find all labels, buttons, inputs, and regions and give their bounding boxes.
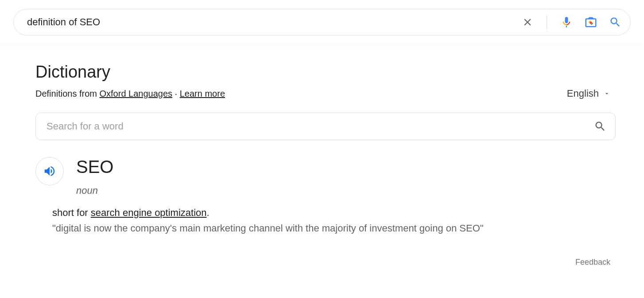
- source-link[interactable]: Oxford Languages: [100, 89, 173, 98]
- search-icon[interactable]: [609, 16, 621, 28]
- word-search-icon[interactable]: [594, 120, 606, 133]
- feedback-link[interactable]: Feedback: [35, 258, 616, 267]
- source-separator: ·: [172, 89, 180, 98]
- example-sentence: "digital is now the company's main marke…: [52, 221, 616, 235]
- pronounce-button[interactable]: [35, 157, 64, 185]
- voice-search-icon[interactable]: [560, 16, 573, 28]
- divider: [547, 15, 547, 29]
- dictionary-heading: Dictionary: [35, 63, 616, 82]
- headword: SEO: [76, 157, 113, 177]
- learn-more-link[interactable]: Learn more: [180, 89, 225, 98]
- search-bar: [13, 9, 631, 35]
- word-search-bar: [35, 113, 616, 140]
- definition-prefix: short for: [52, 207, 91, 218]
- dictionary-source: Definitions from Oxford Languages · Lear…: [35, 89, 225, 99]
- language-label: English: [567, 88, 599, 99]
- language-selector[interactable]: English: [567, 88, 610, 99]
- clear-icon[interactable]: [522, 16, 533, 28]
- search-input[interactable]: [27, 16, 522, 28]
- svg-point-0: [590, 22, 592, 24]
- word-search-input[interactable]: [47, 121, 594, 132]
- definition-link[interactable]: search engine optimization: [91, 207, 207, 218]
- source-prefix: Definitions from: [35, 89, 100, 98]
- definition-suffix: .: [207, 207, 209, 218]
- part-of-speech: noun: [76, 185, 113, 196]
- definition: short for search engine optimization.: [52, 205, 616, 220]
- speaker-icon: [43, 165, 56, 178]
- chevron-down-icon: [603, 90, 610, 97]
- image-search-icon[interactable]: [584, 16, 597, 29]
